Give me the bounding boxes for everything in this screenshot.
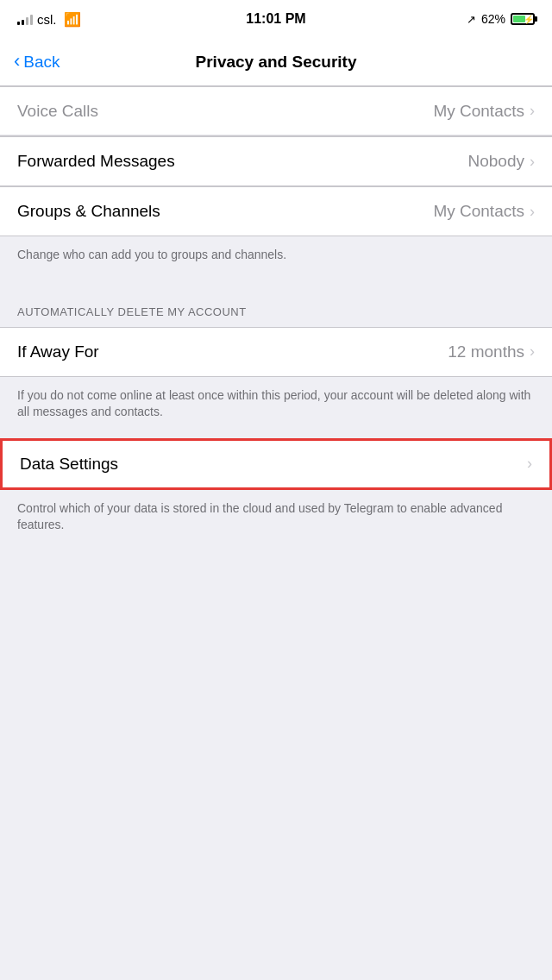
if-away-value: 12 months (448, 342, 524, 361)
voice-calls-value: My Contacts (433, 102, 524, 121)
status-bar: csl. 📶 11:01 PM ↗ 62% ⚡ (0, 0, 552, 38)
data-settings-label: Data Settings (20, 455, 118, 474)
forwarded-messages-chevron-icon: › (530, 153, 535, 171)
carrier-label: csl. (37, 12, 57, 27)
groups-channels-chevron-icon: › (530, 203, 535, 221)
wifi-icon: 📶 (64, 11, 81, 28)
auto-delete-header: AUTOMATICALLY DELETE MY ACCOUNT (0, 281, 552, 327)
voice-calls-row[interactable]: Voice Calls My Contacts › (0, 87, 552, 135)
voice-calls-right: My Contacts › (433, 102, 535, 121)
if-away-right: 12 months › (448, 342, 535, 361)
status-time: 11:01 PM (246, 11, 305, 27)
battery-percent: 62% (481, 12, 505, 26)
charging-icon: ⚡ (524, 15, 534, 24)
status-right: ↗ 62% ⚡ (467, 12, 535, 26)
forwarded-messages-label: Forwarded Messages (17, 152, 175, 171)
if-away-chevron-icon: › (530, 342, 535, 361)
voice-calls-section: Voice Calls My Contacts › (0, 86, 552, 136)
if-away-label: If Away For (17, 342, 99, 361)
groups-channels-label: Groups & Channels (17, 202, 160, 221)
nav-title: Privacy and Security (196, 53, 357, 72)
forwarded-messages-section: Forwarded Messages Nobody › (0, 136, 552, 186)
data-settings-chevron-icon: › (527, 455, 532, 473)
groups-channels-value: My Contacts (433, 202, 524, 221)
groups-footer: Change who can add you to groups and cha… (0, 236, 552, 281)
forwarded-messages-value: Nobody (468, 152, 525, 171)
voice-calls-chevron-icon: › (530, 102, 535, 120)
data-footer: Control which of your data is stored in … (0, 490, 552, 551)
data-settings-right: › (527, 455, 532, 473)
voice-calls-label: Voice Calls (17, 102, 98, 121)
if-away-row[interactable]: If Away For 12 months › (0, 328, 552, 376)
forwarded-messages-row[interactable]: Forwarded Messages Nobody › (0, 137, 552, 185)
back-button[interactable]: ‹ Back (14, 51, 60, 72)
groups-channels-right: My Contacts › (433, 202, 535, 221)
location-icon: ↗ (467, 13, 476, 26)
status-left: csl. 📶 (17, 11, 81, 28)
content: Voice Calls My Contacts › Forwarded Mess… (0, 86, 552, 551)
groups-channels-section: Groups & Channels My Contacts › (0, 186, 552, 236)
away-footer-text: If you do not come online at least once … (17, 388, 530, 419)
signal-icon (17, 13, 33, 25)
battery-icon: ⚡ (511, 13, 535, 25)
back-label: Back (23, 53, 60, 72)
groups-footer-text: Change who can add you to groups and cha… (17, 248, 286, 261)
nav-bar: ‹ Back Privacy and Security (0, 38, 552, 86)
data-footer-text: Control which of your data is stored in … (17, 501, 502, 532)
forwarded-messages-right: Nobody › (468, 152, 536, 171)
away-footer: If you do not come online at least once … (0, 377, 552, 438)
groups-channels-row[interactable]: Groups & Channels My Contacts › (0, 187, 552, 236)
auto-delete-header-text: AUTOMATICALLY DELETE MY ACCOUNT (17, 305, 247, 318)
data-settings-row[interactable]: Data Settings › (0, 438, 552, 490)
if-away-section: If Away For 12 months › (0, 327, 552, 377)
back-chevron-icon: ‹ (14, 50, 20, 72)
